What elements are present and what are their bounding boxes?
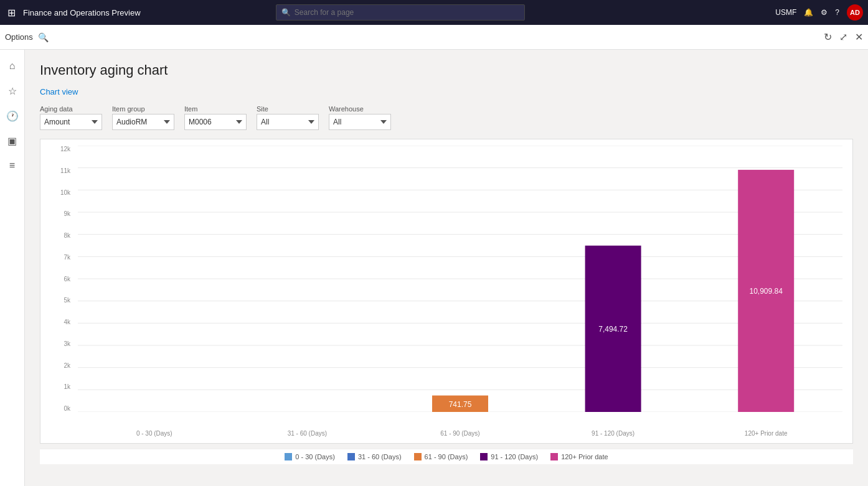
optionsbar-actions: ↻ ⤢ ✕ [824, 31, 863, 43]
aging-data-label: Aging data [40, 105, 102, 113]
content-area: Inventory aging chart Chart view Aging d… [25, 50, 868, 486]
item-group-filter: Item group AudioRM [112, 105, 174, 130]
y-label-6: 6k [40, 276, 74, 283]
filters-row: Aging data Amount Quantity Item group Au… [40, 105, 853, 130]
y-label-9: 9k [40, 210, 74, 217]
app-title: Finance and Operations Preview [23, 8, 141, 17]
site-filter: Site All [257, 105, 319, 130]
legend-item-1: 31 - 60 (Days) [347, 453, 402, 460]
y-label-1: 1k [40, 383, 74, 390]
legend-item-0: 0 - 30 (Days) [285, 453, 335, 460]
sidebar-workspaces[interactable]: ▣ [1, 129, 24, 152]
y-axis: 0k 1k 2k 3k 4k 5k 6k 7k 8k 9k 10k 11k 12… [40, 146, 74, 412]
y-label-4: 4k [40, 319, 74, 325]
svg-text:741.75: 741.75 [449, 400, 472, 409]
item-select[interactable]: M0006 [184, 114, 247, 130]
y-label-7: 7k [40, 254, 74, 261]
refresh-icon[interactable]: ↻ [824, 31, 832, 43]
chart-svg: 741.757,494.7210,909.84 [78, 146, 842, 412]
legend-item-4: 120+ Prior date [550, 453, 608, 460]
sidebar-modules[interactable]: ≡ [1, 154, 24, 177]
bell-icon[interactable]: 🔔 [804, 8, 813, 17]
chart-wrapper: 0k 1k 2k 3k 4k 5k 6k 7k 8k 9k 10k 11k 12… [40, 139, 853, 444]
svg-text:10,909.84: 10,909.84 [750, 287, 783, 296]
search-input[interactable] [295, 8, 519, 17]
x-label-4: 120+ Prior date [694, 430, 839, 437]
item-filter: Item M0006 [184, 105, 247, 130]
legend-label-1: 31 - 60 (Days) [358, 453, 402, 460]
y-label-10: 10k [40, 189, 74, 196]
warehouse-select[interactable]: All [329, 114, 391, 130]
site-select[interactable]: All [257, 114, 319, 130]
search-icon: 🔍 [281, 8, 291, 17]
legend-label-0: 0 - 30 (Days) [295, 453, 335, 460]
sidebar: ⌂ ☆ 🕐 ▣ ≡ [0, 50, 25, 486]
user-company: USMF [775, 8, 796, 17]
warehouse-label: Warehouse [329, 105, 391, 113]
item-label: Item [184, 105, 247, 113]
help-icon[interactable]: ? [835, 8, 839, 17]
x-label-1: 31 - 60 (Days) [235, 430, 380, 437]
legend-color-1 [347, 453, 355, 460]
legend-item-2: 61 - 90 (Days) [414, 453, 468, 460]
y-label-3: 3k [40, 340, 74, 347]
legend-label-2: 61 - 90 (Days) [425, 453, 468, 460]
search-box[interactable]: 🔍 [276, 4, 525, 21]
optionsbar: Options 🔍 ↻ ⤢ ✕ [0, 25, 868, 50]
legend-color-3 [480, 453, 488, 460]
options-search-icon[interactable]: 🔍 [38, 32, 49, 42]
legend-color-2 [414, 453, 422, 460]
legend-label-3: 91 - 120 (Days) [491, 453, 538, 460]
x-label-2: 61 - 90 (Days) [387, 430, 532, 437]
aging-data-filter: Aging data Amount Quantity [40, 105, 102, 130]
y-label-5: 5k [40, 297, 74, 304]
y-label-12: 12k [40, 146, 74, 152]
page-title: Inventory aging chart [40, 62, 853, 78]
sidebar-recent[interactable]: 🕐 [1, 105, 24, 127]
svg-text:7,494.72: 7,494.72 [598, 325, 628, 334]
x-axis: 0 - 30 (Days) 31 - 60 (Days) 61 - 90 (Da… [78, 430, 842, 437]
item-group-label: Item group [112, 105, 174, 113]
close-icon[interactable]: ✕ [855, 31, 863, 43]
popout-icon[interactable]: ⤢ [839, 31, 847, 43]
legend-color-4 [550, 453, 558, 460]
grid-icon[interactable]: ⊞ [5, 4, 18, 21]
x-label-0: 0 - 30 (Days) [82, 430, 227, 437]
legend-label-4: 120+ Prior date [561, 453, 608, 460]
aging-data-select[interactable]: Amount Quantity [40, 114, 102, 130]
y-label-0: 0k [40, 405, 74, 412]
y-label-11: 11k [40, 167, 74, 174]
item-group-select[interactable]: AudioRM [112, 114, 174, 130]
legend: 0 - 30 (Days) 31 - 60 (Days) 61 - 90 (Da… [40, 449, 853, 464]
y-label-2: 2k [40, 362, 74, 369]
warehouse-filter: Warehouse All [329, 105, 391, 130]
y-label-8: 8k [40, 232, 74, 239]
site-label: Site [257, 105, 319, 113]
chart-view-link[interactable]: Chart view [40, 87, 78, 96]
sidebar-favorites[interactable]: ☆ [1, 80, 24, 102]
main-layout: ⌂ ☆ 🕐 ▣ ≡ Inventory aging chart Chart vi… [0, 50, 868, 486]
sidebar-home[interactable]: ⌂ [1, 55, 24, 77]
legend-color-0 [285, 453, 292, 460]
avatar[interactable]: AD [847, 4, 863, 21]
topbar-right: USMF 🔔 ⚙ ? AD [775, 4, 863, 21]
legend-item-3: 91 - 120 (Days) [480, 453, 538, 460]
settings-icon[interactable]: ⚙ [821, 8, 828, 17]
topbar: ⊞ Finance and Operations Preview 🔍 USMF … [0, 0, 868, 25]
x-label-3: 91 - 120 (Days) [540, 430, 686, 437]
chart-plot-area: 741.757,494.7210,909.84 [78, 146, 842, 412]
options-label: Options [5, 32, 33, 42]
